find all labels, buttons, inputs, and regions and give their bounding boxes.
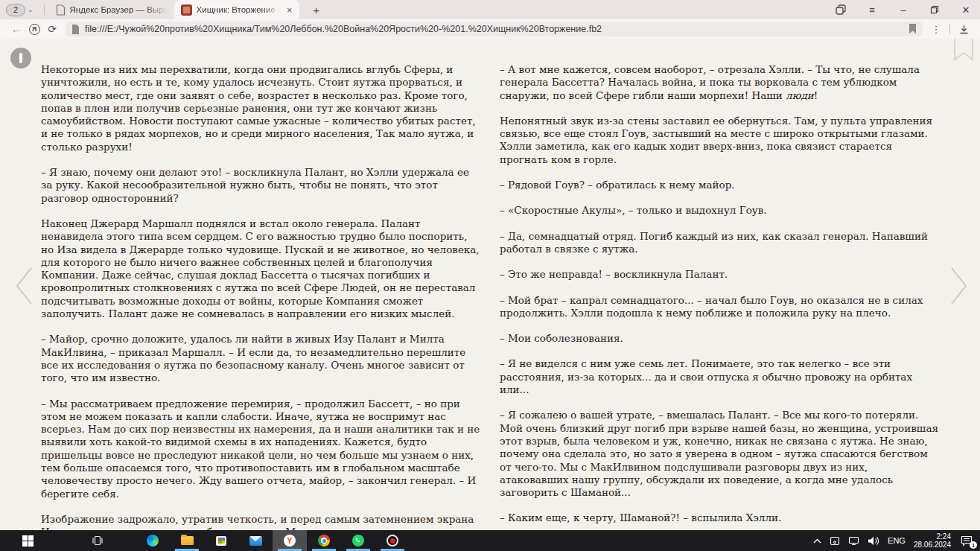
yandex-browser-icon: Y (284, 535, 296, 547)
taskbar-file-explorer[interactable] (170, 530, 204, 551)
reader-bookmark-ribbon-icon[interactable] (953, 39, 974, 61)
minimize-button[interactable]: – (897, 3, 910, 16)
paragraph: – А вот мне кажется, совсем наоборот, – … (500, 63, 939, 102)
task-view-button[interactable] (80, 530, 115, 551)
clock[interactable]: 2:24 28.06.2024 (914, 532, 951, 549)
next-page-arrow[interactable] (949, 266, 970, 306)
paragraph: – Я сожалею о вашей утрате, – вмешалась … (500, 409, 939, 499)
back-button[interactable]: ← (7, 21, 25, 37)
notification-count-badge: 1 (970, 541, 977, 549)
paragraph: – Мы рассматриваем предложение перемирия… (41, 398, 480, 500)
new-tab-button[interactable]: + (308, 1, 325, 18)
store-icon (216, 536, 226, 546)
network-icon[interactable] (848, 536, 859, 546)
taskbar-chrome[interactable] (307, 530, 341, 551)
tab-title: Яндекс Браузер — Выраж (70, 5, 168, 14)
downloads-button[interactable] (955, 21, 973, 37)
fb2-reader-page: Некоторые из них мы перехватили, когда о… (0, 39, 980, 530)
url-text[interactable]: file:///E:/Чужой%20против%20Хищника/Тим%… (85, 24, 602, 34)
paragraph: – Я не виделся с ним уже семь лет. Поним… (500, 357, 939, 396)
system-tray: ENG 2:24 28.06.2024 1 (813, 532, 980, 549)
paragraph: – Майор, срочно доложите, удалось ли най… (41, 333, 480, 384)
paragraph: – Каким еще, к черту, Шаманой?! – вспыли… (500, 512, 939, 524)
taskbar-whatsapp[interactable] (341, 530, 375, 551)
record-icon (386, 535, 398, 547)
taskbar-edge[interactable] (136, 530, 170, 551)
document-icon (56, 4, 66, 16)
paragraph: Наконец Джерард Маршалл поднялся и встал… (41, 217, 480, 320)
taskbar-yandex-browser[interactable]: Y (273, 530, 307, 551)
paragraph: Некоторые из них мы перехватили, когда о… (41, 63, 480, 153)
paragraph: – Мои соболезнования. (500, 332, 939, 345)
window-controls: ≡ – ✕ (834, 0, 973, 19)
action-center-button[interactable]: 1 (959, 534, 974, 547)
start-button[interactable] (10, 530, 45, 551)
paragraph: – «Скоростные Акулы», – только и выдохну… (500, 204, 939, 217)
paragraph: – Да, семнадцатый отряд. Погиб каждый из… (500, 230, 939, 256)
restore-button[interactable] (928, 3, 941, 16)
taskbar-screen-recorder[interactable] (375, 530, 410, 551)
two-column-text: Некоторые из них мы перехватили, когда о… (0, 39, 980, 551)
taskbar-mail[interactable] (238, 530, 273, 551)
fb2-book-icon (181, 4, 192, 16)
tablet-device-icon[interactable] (830, 536, 840, 546)
reader-menu-button[interactable] (10, 48, 31, 69)
volume-icon[interactable] (868, 536, 879, 546)
tab-yandex-home[interactable]: Яндекс Браузер — Выраж (49, 0, 174, 19)
time-text: 2:24 (914, 532, 951, 541)
tab-fb2-book[interactable]: Хищник: Вторжение - Т × (174, 0, 299, 19)
folder-icon (181, 536, 194, 545)
left-column: Некоторые из них мы перехватили, когда о… (41, 63, 480, 551)
taskbar-microsoft-store[interactable] (204, 530, 238, 551)
language-indicator[interactable]: ENG (888, 536, 906, 545)
chevron-down-icon: ⌄ (28, 6, 34, 13)
italic-word: люди (786, 89, 814, 101)
mail-icon (249, 536, 262, 546)
browser-titlebar: 2 ⌄ Яндекс Браузер — Выраж Хищник: Вторж… (0, 0, 980, 19)
tabbar-divider (44, 4, 45, 15)
windows-taskbar: Y ENG 2:24 28.06.2024 1 (0, 530, 980, 551)
tab-title: Хищник: Вторжение - Т (197, 5, 281, 14)
right-column: – А вот мне кажется, совсем наоборот, – … (500, 63, 939, 551)
windows-logo-icon (22, 535, 34, 547)
paragraph: Непонятный звук из-за стены заставил ее … (500, 115, 939, 166)
paragraph: – Мой брат – капрал семнадцатого... – на… (500, 294, 939, 320)
task-view-icon (92, 535, 104, 547)
paragraph: – Это же неправда! – воскликнула Палант. (500, 268, 939, 281)
tab-panels-icon[interactable] (834, 3, 847, 16)
more-options-icon[interactable]: ⋮ (927, 21, 945, 37)
date-text: 28.06.2024 (914, 541, 951, 549)
edge-icon (147, 535, 159, 547)
tab-counter-pill[interactable]: 2 (6, 4, 25, 16)
tab-close-icon[interactable]: × (287, 4, 293, 16)
paragraph: – Я знаю, почему они делают это! – воскл… (41, 166, 480, 205)
prev-page-arrow[interactable] (13, 266, 34, 306)
chrome-icon (318, 535, 330, 547)
page-icon (71, 25, 80, 34)
paragraph: – Рядовой Гоув? – обратилась к нему майо… (500, 179, 939, 191)
whatsapp-icon (352, 535, 364, 547)
tab-counter[interactable]: 2 ⌄ (6, 4, 34, 16)
bookmark-flag-icon[interactable] (909, 24, 917, 34)
tray-expand-chevron-icon[interactable] (813, 538, 821, 544)
browser-toolbar: ← Я ⟳ file:///E:/Чужой%20против%20Хищник… (0, 19, 980, 39)
browser-menu-icon[interactable]: ≡ (865, 3, 879, 16)
refresh-button[interactable]: ⟳ (43, 21, 61, 37)
address-bar[interactable]: file:///E:/Чужой%20против%20Хищника/Тим%… (66, 22, 923, 36)
yandex-logo-button[interactable]: Я (25, 21, 43, 37)
toolbar-divider (949, 24, 950, 34)
close-button[interactable]: ✕ (959, 3, 973, 16)
